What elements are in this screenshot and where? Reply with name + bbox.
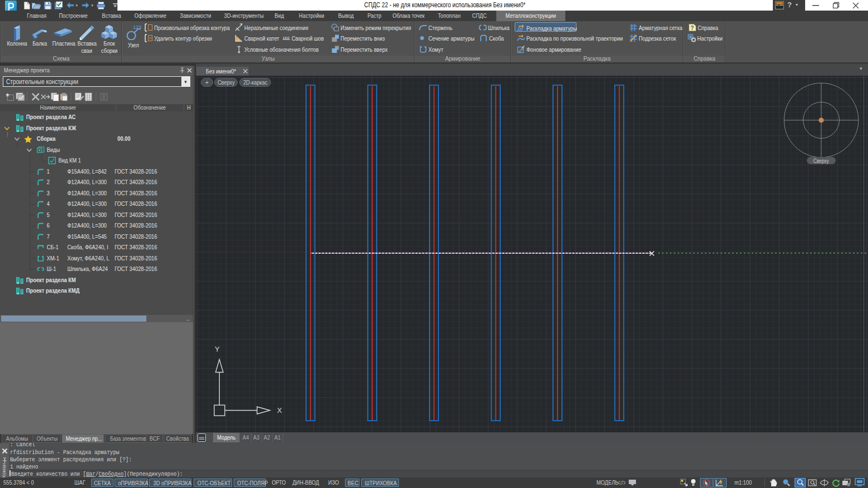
svg-text:?: ? — [691, 25, 694, 31]
